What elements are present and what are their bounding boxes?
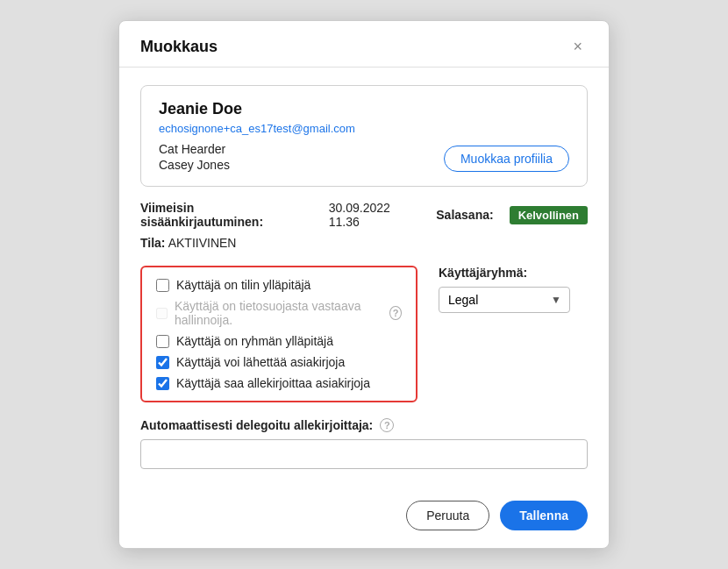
permission-item-1: Käyttäjä on tilin ylläpitäjä xyxy=(156,278,402,292)
modal-header: Muokkaus × xyxy=(119,21,609,68)
delegate-label: Automaattisesti delegoitu allekirjoittaj… xyxy=(140,418,588,432)
last-login-value: 30.09.2022 11.36 xyxy=(329,201,421,229)
permission-item-5: Käyttäjä saa allekirjoittaa asiakirjoja xyxy=(156,376,402,390)
modal-body: Jeanie Doe echosignone+ca_es17test@gmail… xyxy=(119,68,609,469)
delegate-section: Automaattisesti delegoitu allekirjoittaj… xyxy=(140,418,588,469)
user-email: echosignone+ca_es17test@gmail.com xyxy=(159,122,569,135)
perm-help-icon-2[interactable]: ? xyxy=(389,306,402,320)
modal-dialog: Muokkaus × Jeanie Doe echosignone+ca_es1… xyxy=(118,20,610,549)
permission-item-4: Käyttäjä voi lähettää asiakirjoja xyxy=(156,355,402,369)
save-button[interactable]: Tallenna xyxy=(500,501,588,530)
last-login-label: Viimeisin sisäänkirjautuminen: xyxy=(140,201,313,229)
close-button[interactable]: × xyxy=(567,37,588,56)
status-value: AKTIIVINEN xyxy=(168,236,237,250)
password-status-badge: Kelvollinen xyxy=(510,206,588,224)
edit-profile-button[interactable]: Muokkaa profiilia xyxy=(444,146,569,172)
modal-footer: Peruuta Tallenna xyxy=(119,487,609,548)
user-card: Jeanie Doe echosignone+ca_es17test@gmail… xyxy=(140,85,588,187)
perm-checkbox-2 xyxy=(156,307,168,320)
perm-checkbox-3[interactable] xyxy=(156,335,169,348)
perm-label-2: Käyttäjä on tietosuojasta vastaava halli… xyxy=(175,299,381,327)
password-label: Salasana: xyxy=(436,208,493,222)
cancel-button[interactable]: Peruuta xyxy=(406,501,489,530)
perm-checkbox-4[interactable] xyxy=(156,356,169,369)
perm-label-4: Käyttäjä voi lähettää asiakirjoja xyxy=(176,355,345,369)
delegate-help-icon[interactable]: ? xyxy=(380,418,394,432)
perm-label-1: Käyttäjä on tilin ylläpitäjä xyxy=(176,278,310,292)
group-section: Käyttäjäryhmä: LegalDefaultAdmin ▼ xyxy=(439,266,588,313)
delegate-input[interactable] xyxy=(140,439,588,469)
permissions-group-row: Käyttäjä on tilin ylläpitäjäKäyttäjä on … xyxy=(140,266,588,402)
user-name: Jeanie Doe xyxy=(159,100,569,118)
status-label: Tila: xyxy=(140,236,166,250)
permissions-box: Käyttäjä on tilin ylläpitäjäKäyttäjä on … xyxy=(140,266,418,402)
perm-checkbox-1[interactable] xyxy=(156,279,169,292)
modal-title: Muokkaus xyxy=(140,38,218,56)
group-select[interactable]: LegalDefaultAdmin xyxy=(439,287,570,313)
delegate-label-text: Automaattisesti delegoitu allekirjoittaj… xyxy=(140,418,373,432)
perm-label-5: Käyttäjä saa allekirjoittaa asiakirjoja xyxy=(176,376,370,390)
status-row: Tila: AKTIIVINEN xyxy=(140,236,588,250)
perm-label-3: Käyttäjä on ryhmän ylläpitäjä xyxy=(176,334,333,348)
last-login-row: Viimeisin sisäänkirjautuminen: 30.09.202… xyxy=(140,201,588,229)
group-select-wrapper: LegalDefaultAdmin ▼ xyxy=(439,287,570,313)
perm-checkbox-5[interactable] xyxy=(156,377,169,390)
permission-item-2: Käyttäjä on tietosuojasta vastaava halli… xyxy=(156,299,402,327)
permission-item-3: Käyttäjä on ryhmän ylläpitäjä xyxy=(156,334,402,348)
group-label: Käyttäjäryhmä: xyxy=(439,266,588,280)
